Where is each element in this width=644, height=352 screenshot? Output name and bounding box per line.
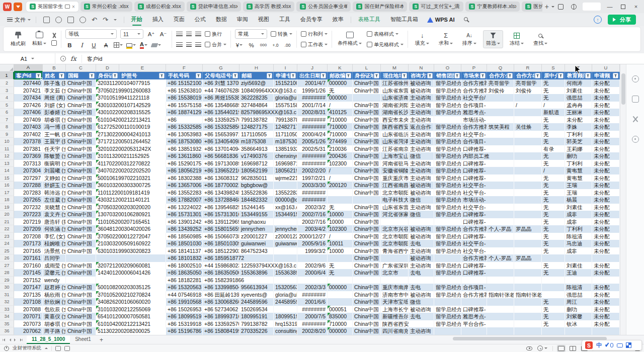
cell[interactable]: / [328,102,353,109]
doc-tab[interactable]: S成都公积金.xlsx [134,2,185,12]
cell[interactable]: 274499 [328,138,353,145]
row-header-6[interactable]: 6 [0,109,14,116]
cell[interactable]: China中国 [66,247,96,255]
cell[interactable]: China中国 [353,298,381,306]
column-header-E[interactable]: E [119,64,166,72]
cell[interactable] [381,277,409,284]
cell[interactable] [514,189,542,197]
cell[interactable] [434,254,461,262]
percent-button[interactable]: % [247,41,256,49]
column-header-Q[interactable]: Q [487,64,514,72]
cell[interactable]: 吴佳焕 [514,123,542,131]
cell[interactable]: +86 18182281 [166,277,203,284]
cell[interactable]: 10000 [328,247,353,255]
copy-icon[interactable] [51,40,57,46]
cell[interactable]: 陈子逸 (男 [43,79,66,87]
filter-button-出生日期[interactable] [320,73,326,78]
cell[interactable]: 合作方推荐 [461,87,487,95]
cell[interactable]: 主动咨询 [409,160,434,167]
cell[interactable]: 207071 [14,313,43,320]
cell[interactable] [434,218,461,226]
row-header-16[interactable]: 16 [0,182,14,189]
cell[interactable]: 被动咨询 [409,189,434,197]
cell[interactable]: China中国 [353,102,381,109]
cell[interactable]: 北京市兴谷 [381,225,409,233]
cell[interactable] [542,277,565,284]
save-icon[interactable] [43,17,50,23]
cell[interactable]: 未分配 [592,167,620,174]
cell[interactable]: +86 1339985047 [203,284,239,291]
cell[interactable]: 207208 [14,233,43,240]
cell[interactable]: 主动咨询 [409,145,434,153]
cell[interactable]: China中国 [66,262,96,270]
cell[interactable]: China中国 [66,269,96,277]
cell[interactable]: +86 1899937166 [203,313,239,320]
cell[interactable]: 799138782 [274,116,297,124]
cell[interactable]: 北京市朝阳 [381,189,409,197]
cell[interactable]: 蒯玏 [565,152,592,160]
cell[interactable]: 无 [328,87,353,95]
header-cell-原中介机[interactable]: 原中介机 [542,72,565,79]
cell[interactable]: China中国 [353,131,381,138]
cell[interactable]: 310113200211152925 [96,152,166,160]
cell[interactable]: +86 13439252 [166,225,203,233]
cell[interactable]: 被动咨询 [409,291,434,299]
cell[interactable]: +86 1340540988 [203,138,239,145]
cell[interactable]: 无 [542,160,565,167]
cell[interactable]: ziyi5692@ [239,79,274,87]
cell[interactable]: 衡琬明 (女 [43,160,66,167]
row-header-28[interactable]: 28 [0,269,14,277]
sogou-logo-icon[interactable]: S [585,341,593,349]
header-cell-邮箱[interactable]: 邮箱 [239,72,274,79]
cell[interactable] [514,247,542,255]
cell[interactable] [434,116,461,124]
cell[interactable]: 153449155 [274,211,297,218]
restore-button[interactable] [617,1,629,12]
number-format-select[interactable]: 常规 [235,29,267,39]
align-right-icon[interactable] [195,42,201,47]
cell[interactable]: 2002/9/6 [297,262,328,270]
row-header-27[interactable]: 27 [0,262,14,270]
cell[interactable]: 平台合作- [461,320,514,328]
cell[interactable]: 207403 [14,123,43,131]
cell[interactable]: +86 周煜155380 [203,94,239,102]
cell[interactable]: 被动咨询 [409,87,434,95]
cell[interactable] [328,196,353,204]
cell[interactable]: 杨欣雨 (女 [43,291,66,299]
cell[interactable]: 000000 [328,327,353,335]
cell[interactable]: 山东省济南 [381,94,409,102]
cell[interactable]: 彭睿婧 (女 [43,109,66,116]
cell[interactable]: +86 1859518772 [203,254,274,262]
cell[interactable]: +86 19910568 [166,298,203,306]
cell[interactable]: 成雨莹 (女 [43,262,66,270]
cell[interactable]: +86 1372884680 [203,196,239,204]
font-name-select[interactable]: 等线 [65,29,117,39]
cell[interactable]: +86 15538019 [166,94,203,102]
filter-button-姓名[interactable] [59,73,64,78]
cell[interactable]: 江西省南昌 [381,182,409,189]
cell[interactable]: 2003/4/2 [297,225,328,233]
cell[interactable]: 610104200212213421 [96,320,166,328]
cell[interactable]: 无 [542,138,565,145]
cell[interactable]: 710000 [328,131,353,138]
cell[interactable]: 135522836 [274,189,297,197]
column-header-C[interactable]: C [66,64,96,72]
cell[interactable]: 河南省驻马 [381,160,409,167]
cell[interactable]: 207062 [14,327,43,335]
cell[interactable]: China中国 [353,167,381,174]
cell[interactable] [353,196,381,204]
cell[interactable] [409,218,434,226]
row-header-14[interactable]: 14 [0,167,14,174]
cell[interactable]: m1875308 [274,138,297,145]
system-label[interactable]: 业财管理系统 [13,345,41,351]
cell[interactable]: 主动咨询 [409,327,434,335]
cell[interactable]: China中国 [66,167,96,174]
cell[interactable]: 何依涵 (女 [43,225,66,233]
row-header-30[interactable]: 30 [0,284,14,291]
cell[interactable]: 留学总经办 [434,204,461,211]
cell[interactable]: 马忠迪 [565,240,592,247]
cell[interactable]: 未分配 [592,174,620,182]
cell[interactable]: 2005/1/26 [297,138,328,145]
cell[interactable]: 207409 [14,116,43,124]
column-header-R[interactable]: R [514,64,542,72]
